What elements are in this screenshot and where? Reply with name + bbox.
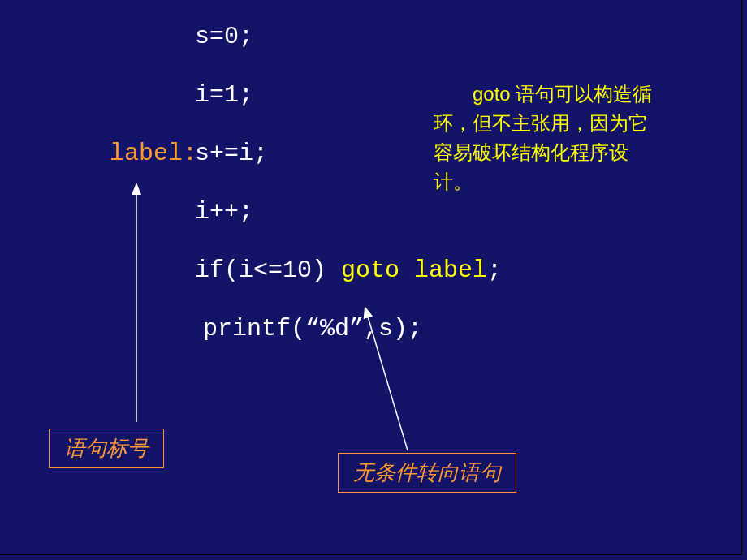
code-line-1: s=0; <box>110 24 502 49</box>
label-keyword: label: <box>110 141 195 166</box>
label-col-empty <box>110 24 195 49</box>
code-line-6: printf(“%d”,s); <box>118 317 502 341</box>
code-text: s=0; <box>195 24 253 49</box>
label-col-empty <box>118 317 203 341</box>
code-text: ; <box>487 256 502 284</box>
label-col-empty <box>110 200 195 224</box>
side-note: goto 语句可以构造循环，但不主张用，因为它容易破坏结构化程序设计。 <box>434 80 653 196</box>
code-if: if(i<=10) goto label; <box>195 258 502 282</box>
annotation-goto-text: 无条件转向语句 <box>353 461 501 485</box>
slide-container: s=0; i=1; label: s+=i; i++; if(i<=10) go… <box>0 0 742 555</box>
code-text: i=1; <box>195 83 253 107</box>
goto-keyword: goto label <box>341 256 487 284</box>
annotation-label-box: 语句标号 <box>49 429 164 468</box>
code-text: s+=i; <box>195 141 268 166</box>
label-col-empty <box>110 83 195 107</box>
code-line-4: i++; <box>110 200 502 224</box>
label-col-empty <box>110 258 195 282</box>
code-text: i++; <box>195 200 253 224</box>
annotation-label-text: 语句标号 <box>64 437 149 460</box>
annotation-goto-box: 无条件转向语句 <box>338 453 516 493</box>
code-line-5: if(i<=10) goto label; <box>110 258 502 282</box>
code-text: printf(“%d”,s); <box>203 317 422 341</box>
code-block: s=0; i=1; label: s+=i; i++; if(i<=10) go… <box>110 24 502 375</box>
code-text: if(i<=10) <box>195 256 341 284</box>
